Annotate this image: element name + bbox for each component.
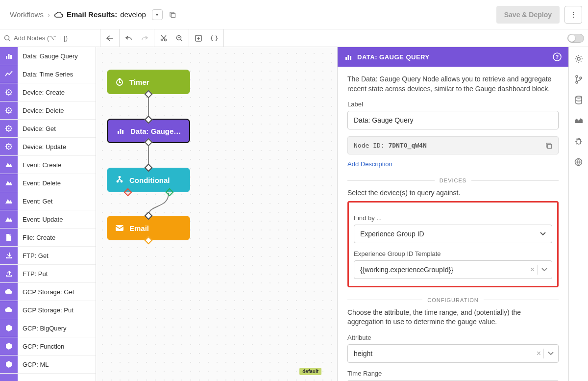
svg-point-36 [577, 57, 580, 60]
back-icon[interactable] [104, 33, 115, 44]
label-input[interactable] [347, 111, 559, 129]
cloud-up-icon [0, 301, 18, 319]
mountain-icon [0, 210, 18, 228]
svg-point-14 [8, 92, 10, 93]
svg-point-18 [8, 128, 10, 129]
bug-icon[interactable] [574, 136, 584, 146]
chevron-down-icon[interactable] [543, 349, 554, 358]
area-chart-icon[interactable] [574, 116, 584, 126]
palette-item[interactable]: Device: Delete [0, 102, 96, 120]
node-palette: Data: Gauge Query Data: Time Series Devi… [0, 47, 96, 381]
group-id-template-input[interactable] [354, 260, 552, 279]
bar-chart-icon [116, 126, 125, 136]
palette-item[interactable]: Event: Get [0, 192, 96, 210]
svg-rect-29 [345, 57, 347, 60]
palette-item[interactable]: Device: Update [0, 138, 96, 156]
palette-item[interactable]: GCP Storage: Put [0, 301, 96, 319]
clear-icon[interactable]: × [537, 349, 541, 358]
redo-icon[interactable] [139, 33, 150, 44]
palette-item[interactable]: GCP: BigQuery [0, 319, 96, 337]
search-input[interactable] [14, 34, 96, 42]
palette-item[interactable]: Event: Update [0, 210, 96, 229]
palette-item[interactable]: Event: Delete [0, 174, 96, 192]
add-description-link[interactable]: Add Description [347, 160, 392, 168]
save-deploy-button[interactable]: Save & Deploy [496, 6, 560, 24]
chevron-down-icon[interactable] [537, 265, 547, 275]
palette-item[interactable]: Data: Time Series [0, 65, 96, 83]
breadcrumb-root[interactable]: Workflows [10, 10, 44, 19]
zoom-out-icon[interactable] [174, 33, 185, 44]
group-id-template-label: Experience Group ID Template [354, 250, 552, 257]
right-rail [568, 47, 588, 381]
copy-icon[interactable] [167, 9, 178, 21]
add-node-icon[interactable] [193, 33, 204, 44]
email-icon [115, 223, 124, 233]
upload-icon [0, 265, 18, 282]
palette-item[interactable]: FTP: Get [0, 247, 96, 265]
node-email[interactable]: Email [107, 216, 190, 240]
panel-intro: The Data: Gauge Query Node allows you to… [347, 75, 559, 94]
branch-dropdown[interactable]: ▾ [152, 9, 163, 20]
more-button[interactable]: ⋮ [564, 6, 582, 24]
svg-rect-30 [348, 55, 349, 60]
palette-item[interactable]: GCP: Function [0, 337, 96, 356]
palette-item[interactable]: File: Create [0, 229, 96, 247]
workflow-canvas[interactable]: Timer Data: Gauge… Conditional Email def… [96, 47, 337, 381]
search-box[interactable] [0, 29, 100, 47]
svg-rect-10 [6, 56, 7, 59]
palette-item[interactable]: Data: Gauge Query [0, 47, 96, 65]
debug-toggle[interactable] [567, 34, 584, 43]
code-braces-icon[interactable] [209, 33, 220, 44]
default-badge: default [299, 368, 321, 375]
top-right: Save & Deploy ⋮ [496, 6, 582, 24]
undo-icon[interactable] [123, 33, 134, 44]
attribute-label: Attribute [347, 334, 559, 341]
gear-icon[interactable] [574, 54, 584, 64]
input-port[interactable] [145, 164, 153, 172]
palette-item[interactable]: Event: Create [0, 156, 96, 174]
svg-rect-23 [120, 129, 122, 134]
globe-icon[interactable] [574, 157, 584, 167]
cloud-icon [54, 11, 64, 18]
chevron-down-icon [540, 232, 546, 236]
help-icon[interactable]: ? [553, 52, 562, 61]
palette-item[interactable]: Device: Create [0, 83, 96, 102]
panel-title: Data: Gauge Query [357, 53, 430, 61]
hex-icon [0, 319, 18, 337]
file-icon [0, 229, 18, 246]
svg-point-25 [119, 177, 121, 178]
node-conditional[interactable]: Conditional [107, 168, 190, 192]
find-by-select[interactable]: Experience Group ID [354, 225, 552, 243]
output-port[interactable] [145, 138, 153, 147]
svg-point-38 [576, 81, 578, 83]
devices-divider: DEVICES [347, 178, 559, 183]
cut-icon[interactable] [158, 33, 169, 44]
input-port[interactable] [145, 212, 153, 220]
true-port[interactable] [165, 188, 173, 197]
branch-icon [115, 175, 124, 185]
svg-rect-22 [118, 131, 119, 134]
palette-item[interactable]: GCP Storage: Get [0, 283, 96, 301]
false-port[interactable] [123, 188, 132, 197]
palette-item[interactable]: GCP: ML [0, 356, 96, 374]
svg-point-27 [121, 181, 122, 182]
node-timer[interactable]: Timer [107, 70, 190, 94]
palette-item[interactable]: Device: Get [0, 120, 96, 138]
bar-chart-icon [0, 47, 18, 65]
bar-chart-icon [344, 53, 352, 61]
svg-point-26 [117, 181, 119, 182]
input-port[interactable] [145, 116, 153, 124]
copy-icon[interactable] [545, 142, 552, 149]
output-port[interactable] [145, 236, 153, 245]
node-gauge-query[interactable]: Data: Gauge… [107, 119, 190, 143]
git-branch-icon[interactable] [574, 75, 584, 84]
svg-rect-35 [548, 144, 552, 148]
clear-icon[interactable]: × [530, 265, 535, 274]
output-port[interactable] [145, 90, 153, 99]
find-by-label: Find by ... [354, 214, 552, 222]
database-icon[interactable] [574, 95, 584, 105]
attribute-input[interactable] [347, 344, 559, 363]
highlighted-section: Find by ... Experience Group ID Experien… [347, 201, 559, 287]
toolbar [0, 29, 588, 47]
palette-item[interactable]: FTP: Put [0, 265, 96, 283]
